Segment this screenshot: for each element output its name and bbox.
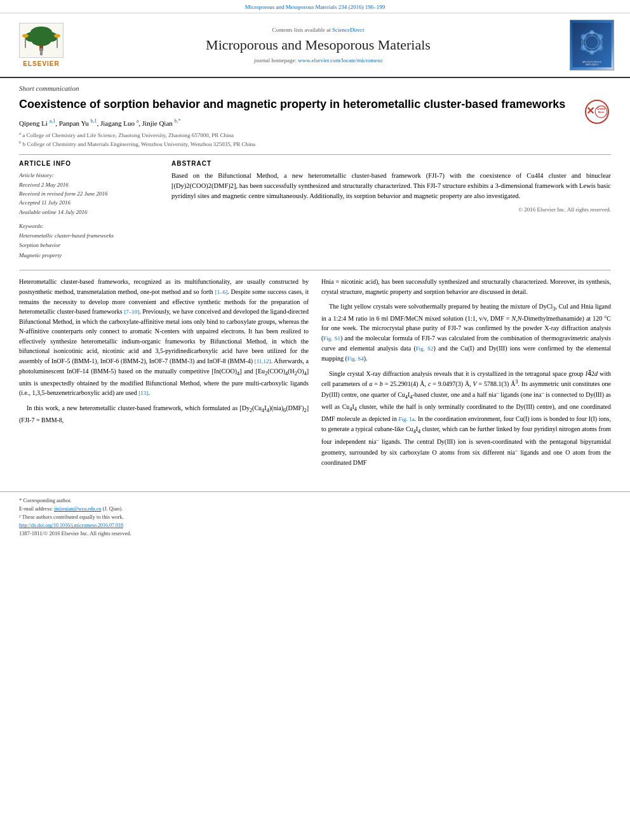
crossmark-icon: Cross Mark xyxy=(585,100,609,124)
ref-7-10-link[interactable]: [7–10] xyxy=(124,309,139,315)
keywords-list: Heterometallic cluster-based frameworks … xyxy=(19,231,159,260)
svg-text:Mark: Mark xyxy=(598,110,604,114)
header-right: MICROPOROUS MATERIALS xyxy=(566,20,617,70)
abstract-body: Based on the Bifunctional Method, a new … xyxy=(171,171,611,215)
history-item-received: Article history: Received 2 May 2016 Rec… xyxy=(19,171,159,217)
page-container: Microporous and Mesoporous Materials 234… xyxy=(0,0,630,840)
body-column-1: Heterometallic cluster-based frameworks,… xyxy=(19,277,309,472)
body-para-4: The light yellow crystals were solvother… xyxy=(321,302,611,364)
svg-text:Cross: Cross xyxy=(596,107,605,110)
crossmark-badge[interactable]: Cross Mark xyxy=(582,97,611,126)
issn-line: 1387-1811/© 2016 Elsevier Inc. All right… xyxy=(19,530,611,537)
journal-title-header: Microporous and Mesoporous Materials xyxy=(206,37,431,53)
keywords-label: Keywords: xyxy=(19,223,159,229)
email-note: E-mail address: jinjieqian@wzu.edu.cn (J… xyxy=(19,505,611,512)
fig-s2-link[interactable]: Fig. S2 xyxy=(416,345,434,352)
elsevier-logo-image xyxy=(19,23,64,58)
svg-text:MATERIALS: MATERIALS xyxy=(586,63,598,66)
svg-point-9 xyxy=(54,34,60,37)
svg-text:MICROPOROUS: MICROPOROUS xyxy=(582,60,601,63)
sciencedirect-link[interactable]: ScienceDirect xyxy=(332,27,364,33)
journal-cover-image: MICROPOROUS MATERIALS xyxy=(570,20,614,70)
keywords-section: Keywords: Heterometallic cluster-based f… xyxy=(19,223,159,260)
corresponding-author-note: * Corresponding author. xyxy=(19,497,611,503)
author-email-link[interactable]: jinjieqian@wzu.edu.cn xyxy=(54,506,101,512)
contents-available-line: Contents lists available at ScienceDirec… xyxy=(272,27,365,33)
svg-rect-11 xyxy=(40,51,43,55)
doi-link[interactable]: http://dx.doi.org/10.1016/j.micromeso.20… xyxy=(19,523,123,528)
ref-11-12-link[interactable]: [11,12] xyxy=(255,358,271,364)
elsevier-brand-text: ELSEVIER xyxy=(23,60,59,67)
article-info-heading: ARTICLE INFO xyxy=(19,160,159,167)
equal-contribution-note: ¹ These authors contributed equally to t… xyxy=(19,514,611,520)
fig-1a-link[interactable]: Fig. 1a xyxy=(399,416,415,422)
main-body: Heterometallic cluster-based frameworks,… xyxy=(19,270,611,472)
article-title: Coexistence of sorption behavior and mag… xyxy=(19,97,611,112)
article-history: Article history: Received 2 May 2016 Rec… xyxy=(19,171,159,217)
svg-point-7 xyxy=(22,34,29,37)
affiliation-a: a a College of Chemistry and Life Scienc… xyxy=(19,131,611,140)
affiliation-b: b b College of Chemistry and Materials E… xyxy=(19,140,611,149)
article-type: Short communication xyxy=(19,84,611,92)
ref-13-link[interactable]: [13] xyxy=(138,390,148,396)
body-para-2: In this work, a new heterometallic clust… xyxy=(19,403,309,425)
fig-s4-link[interactable]: Fig. S4 xyxy=(347,356,364,362)
copyright-notice: © 2016 Elsevier Inc. All rights reserved… xyxy=(171,206,611,215)
body-column-2: Hnia = nicotinic acid), has been success… xyxy=(321,277,611,472)
svg-point-4 xyxy=(32,35,51,46)
doi-line: http://dx.doi.org/10.1016/j.micromeso.20… xyxy=(19,522,611,528)
journal-homepage-link[interactable]: www.elsevier.com/locate/micromeso xyxy=(298,57,382,63)
ref-1-6-link[interactable]: [1–6] xyxy=(215,289,228,295)
header-section: ELSEVIER Contents lists available at Sci… xyxy=(0,13,630,78)
journal-top-bar: Microporous and Mesoporous Materials 234… xyxy=(0,0,630,13)
article-content: Short communication Coexistence of sorpt… xyxy=(0,78,630,479)
affiliations: a a College of Chemistry and Life Scienc… xyxy=(19,131,611,148)
fig-s1-link[interactable]: Fig. S1 xyxy=(323,335,340,342)
journal-citation: Microporous and Mesoporous Materials 234… xyxy=(245,4,385,10)
abstract-heading: ABSTRACT xyxy=(171,160,611,167)
authors-line: Qipeng Li a,1, Panpan Yu b,1, Jiagang Lu… xyxy=(19,118,611,127)
header-center: Contents lists available at ScienceDirec… xyxy=(76,20,560,70)
elsevier-logo: ELSEVIER xyxy=(13,20,70,70)
body-para-3: Hnia = nicotinic acid), has been success… xyxy=(321,277,611,297)
body-para-5: Single crystal X-ray diffraction analysi… xyxy=(321,369,611,467)
footer-notes: * Corresponding author. E-mail address: … xyxy=(0,497,630,537)
footer-section: * Corresponding author. E-mail address: … xyxy=(0,491,630,537)
article-info-right: ABSTRACT Based on the Bifunctional Metho… xyxy=(171,160,611,260)
homepage-line: journal homepage: www.elsevier.com/locat… xyxy=(254,57,382,63)
article-info-section: ARTICLE INFO Article history: Received 2… xyxy=(19,154,611,260)
body-para-1: Heterometallic cluster-based frameworks,… xyxy=(19,277,309,398)
svg-point-10 xyxy=(39,48,43,52)
article-info-left: ARTICLE INFO Article history: Received 2… xyxy=(19,160,159,260)
